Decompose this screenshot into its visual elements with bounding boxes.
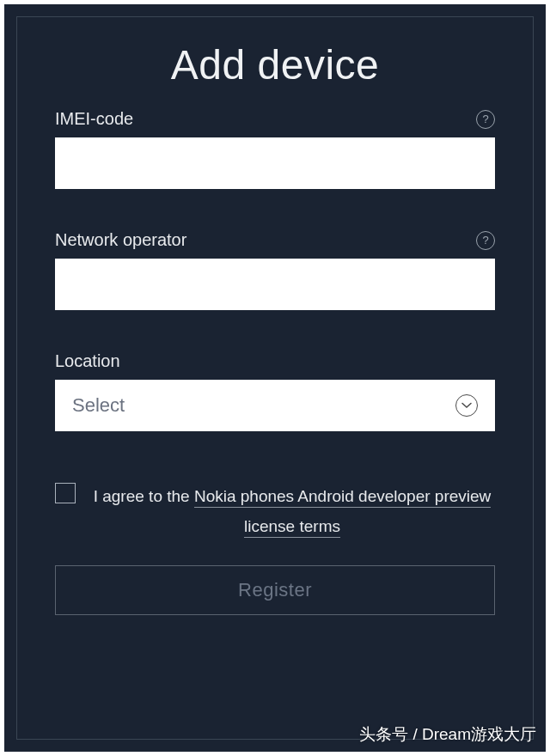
- add-device-form: Add device IMEI-code ? Network operator …: [16, 16, 534, 740]
- network-group: Network operator ?: [55, 230, 495, 310]
- agreement-text: I agree to the Nokia phones Android deve…: [89, 481, 495, 541]
- location-select[interactable]: Select: [55, 380, 495, 431]
- page-title: Add device: [55, 41, 495, 88]
- watermark: 头条号 / Dream游戏大厅: [359, 723, 536, 746]
- license-terms-link[interactable]: Nokia phones Android developer preview l…: [194, 487, 491, 538]
- help-icon[interactable]: ?: [476, 110, 495, 129]
- imei-input[interactable]: [55, 137, 495, 189]
- agreement-row: I agree to the Nokia phones Android deve…: [55, 481, 495, 541]
- location-label: Location: [55, 351, 120, 371]
- agree-checkbox[interactable]: [55, 483, 76, 503]
- location-group: Location Select: [55, 351, 495, 431]
- imei-label: IMEI-code: [55, 109, 133, 129]
- imei-group: IMEI-code ?: [55, 109, 495, 189]
- help-icon[interactable]: ?: [476, 231, 495, 250]
- network-label: Network operator: [55, 230, 186, 250]
- agreement-prefix: I agree to the: [94, 487, 194, 505]
- register-button[interactable]: Register: [55, 565, 495, 615]
- chevron-down-icon: [455, 394, 478, 417]
- network-input[interactable]: [55, 259, 495, 310]
- location-placeholder: Select: [72, 394, 455, 417]
